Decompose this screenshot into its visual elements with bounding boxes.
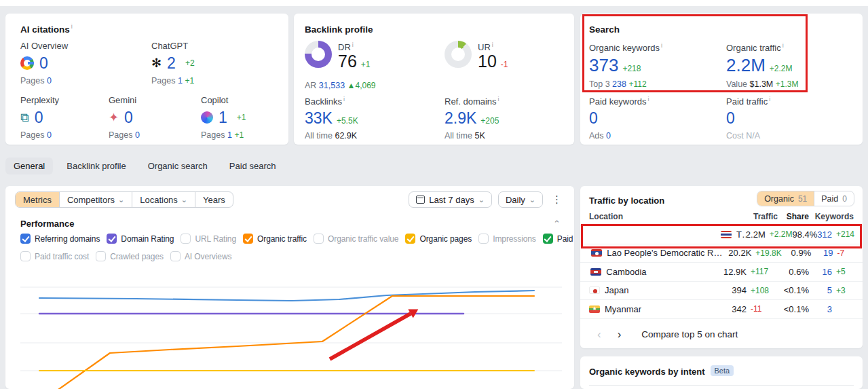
tab-general[interactable]: General (5, 158, 53, 174)
metric-impressions[interactable]: Impressions (478, 234, 536, 244)
chevron-down-icon: ⌄ (181, 196, 187, 204)
metric-organic-traffic[interactable]: Organic traffic (243, 234, 307, 244)
site-overview-dashboard: AI citationsi AI Overview 0 Pages 0 Chat… (0, 0, 868, 389)
paid-traffic-block: Paid traffici 0 Cost N/A (726, 96, 770, 141)
info-icon[interactable]: i (71, 23, 73, 30)
organic-traffic-block: Organic traffici 2.2M+2.2M Value $1.3M +… (726, 42, 798, 89)
kebab-menu-icon[interactable]: ⋮ (549, 191, 565, 208)
info-icon[interactable]: i (343, 96, 345, 103)
keywords-by-intent-title: Organic keywords by intentBeta (589, 365, 734, 377)
backlink-profile-card: Backlink profile DRi 76+1 AR 31,533 ▲4,0… (294, 14, 574, 145)
gemini-icon: ✦ (109, 111, 119, 124)
copilot-icon (201, 111, 213, 124)
pages-count[interactable]: 1 (227, 130, 232, 140)
prev-page-icon[interactable]: ‹ (589, 329, 609, 340)
location-pager: ‹ › Compare top 5 on chart (580, 322, 863, 346)
toggle-organic[interactable]: Organic51 (757, 191, 814, 206)
ai-citation-copilot: Copilot 1 +1 Pages 1 +1 (201, 95, 289, 140)
divider (589, 385, 854, 386)
table-row-myanmar[interactable]: ★Myanmar 342 -11 <0.1% 3 (580, 300, 863, 319)
organic-keywords-value[interactable]: 373 (589, 56, 618, 75)
metric-paid-traffic[interactable]: Paid traffic (543, 234, 574, 244)
copilot-count[interactable]: 1 (219, 109, 227, 126)
info-icon[interactable]: i (352, 41, 354, 48)
info-icon[interactable]: i (648, 96, 649, 103)
toggle-paid[interactable]: Paid0 (814, 191, 854, 206)
keywords-link[interactable]: 312 (817, 229, 832, 240)
pages-count[interactable]: 1 (178, 76, 183, 86)
next-page-icon[interactable]: › (609, 329, 630, 340)
top-strip (0, 0, 868, 6)
dr-donut (305, 41, 332, 68)
chatgpt-count[interactable]: 2 (167, 54, 176, 72)
annotation-arrow (330, 314, 411, 359)
info-icon[interactable]: i (492, 41, 493, 48)
pages-count[interactable]: 0 (47, 76, 52, 86)
table-row-thailand[interactable]: Thailand 2.2M +2.2M 98.4% 312 +214 (580, 225, 863, 244)
keywords-link[interactable]: 19 (811, 248, 833, 258)
checkbox-unchecked-icon (314, 234, 324, 244)
info-icon[interactable]: i (769, 96, 770, 103)
ai-citation-chatgpt: ChatGPT ✻ 2 +2 Pages 1 +1 (151, 41, 240, 86)
checkbox-unchecked-icon (96, 251, 106, 261)
performance-panel: Metrics Competitors⌄ Locations⌄ Years La… (5, 186, 574, 389)
metric-referring-domains[interactable]: Referring domains (20, 234, 100, 244)
backlinks-value[interactable]: 33K (305, 109, 333, 127)
flag-japan-icon (589, 286, 600, 294)
collapse-section-icon[interactable]: ⌃ (553, 219, 561, 229)
traffic-by-location-panel: Traffic by location Organic51 Paid0 Loca… (580, 186, 863, 348)
ref-domains-value[interactable]: 2.9K (445, 109, 476, 127)
gemini-count[interactable]: 0 (124, 109, 133, 126)
ai-citations-title: AI citationsi (20, 23, 73, 35)
metric-organic-traffic-value[interactable]: Organic traffic value (314, 234, 398, 244)
paid-keywords-value[interactable]: 0 (589, 109, 598, 127)
flag-laos-icon (591, 249, 602, 257)
info-icon[interactable]: i (782, 42, 784, 49)
google-icon (20, 56, 34, 70)
backlinks-block: Backlinksi 33K+5.5K All time 62.9K (305, 96, 358, 141)
table-row-japan[interactable]: Japan 394 +108 <0.1% 5 +3 (580, 282, 863, 301)
segment-locations[interactable]: Locations⌄ (132, 192, 195, 207)
location-table-header: Location Traffic Share Keywords (580, 212, 863, 226)
keywords-link[interactable]: 16 (809, 267, 832, 277)
metric-paid-traffic-cost[interactable]: Paid traffic cost (20, 251, 89, 261)
checkbox-unchecked-icon (20, 251, 31, 261)
table-row-cambodia[interactable]: Cambodia 12.9K +117 0.6% 16 +5 (580, 263, 863, 282)
table-row-laos[interactable]: Lao People's Democratic Reput 20.2K +19.… (580, 244, 863, 263)
chevron-down-icon: ⌄ (478, 196, 485, 204)
search-card: Search Organic keywordsi 373+218 Top 3 2… (580, 14, 863, 145)
top3-value[interactable]: 238 (612, 79, 626, 89)
ur-donut (445, 41, 472, 68)
metric-organic-pages[interactable]: Organic pages (405, 234, 472, 244)
metric-ai-overviews[interactable]: AI Overviews (170, 251, 231, 261)
segment-metrics[interactable]: Metrics (16, 192, 59, 207)
date-range-button[interactable]: Last 7 days ⌄ (409, 191, 492, 208)
organic-traffic-value[interactable]: 2.2M (726, 56, 766, 75)
segment-competitors[interactable]: Competitors⌄ (59, 192, 132, 207)
metric-url-rating[interactable]: URL Rating (181, 234, 236, 244)
metric-domain-rating[interactable]: Domain Rating (107, 234, 174, 244)
info-icon[interactable]: i (661, 42, 662, 49)
compare-top5-link[interactable]: Compare top 5 on chart (641, 329, 738, 339)
ai-citation-gemini: Gemini ✦ 0 Pages 0 (109, 95, 197, 140)
ai-overview-count[interactable]: 0 (39, 54, 48, 72)
backlink-profile-title: Backlink profile (305, 23, 373, 35)
granularity-button[interactable]: Daily ⌄ (498, 191, 543, 208)
keywords-link[interactable]: 3 (809, 304, 832, 314)
pages-count[interactable]: 0 (47, 130, 52, 140)
info-icon[interactable]: i (498, 96, 499, 103)
perplexity-count[interactable]: 0 (35, 109, 43, 126)
traffic-by-location-title: Traffic by location (589, 194, 664, 206)
checkbox-unchecked-icon (170, 251, 181, 261)
tab-backlink-profile[interactable]: Backlink profile (58, 158, 134, 174)
chart-mode-control: Metrics Competitors⌄ Locations⌄ Years (15, 191, 233, 208)
performance-chart[interactable] (5, 263, 574, 389)
tab-paid-search[interactable]: Paid search (221, 158, 284, 174)
ar-value[interactable]: 31,533 (319, 81, 345, 90)
metric-crawled-pages[interactable]: Crawled pages (96, 251, 164, 261)
paid-traffic-value[interactable]: 0 (726, 109, 735, 127)
pages-count[interactable]: 0 (135, 130, 140, 140)
segment-years[interactable]: Years (195, 192, 233, 207)
tab-organic-search[interactable]: Organic search (140, 158, 216, 174)
keywords-link[interactable]: 5 (809, 285, 832, 295)
